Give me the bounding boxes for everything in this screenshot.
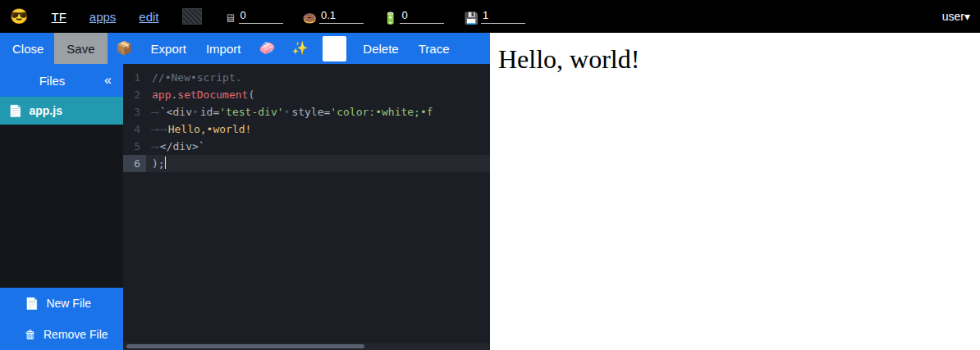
sparkles-button[interactable]: ✨ [284, 35, 315, 61]
toolbar: Close Save 📦 Export Import 🧼 ✨ Delete Tr… [0, 33, 490, 64]
battery-icon: 🔋 [383, 12, 397, 24]
canvas-thumbnail[interactable] [182, 8, 202, 25]
delete-button[interactable]: Delete [354, 35, 407, 62]
monitor-metric: 🖥0 [225, 9, 283, 24]
apps-link[interactable]: apps [89, 10, 117, 24]
import-button[interactable]: Import [197, 35, 250, 62]
horizontal-scrollbar[interactable] [123, 343, 490, 350]
line-number: 5 [123, 138, 146, 155]
soap-icon: 🧼 [259, 41, 275, 55]
file-list: 📄app.js [0, 97, 123, 125]
floppy-metric: 💾1 [464, 9, 524, 24]
line-number: 1 [123, 69, 146, 86]
line-number: 2 [123, 86, 146, 103]
app-logo-icon[interactable]: 😎 [10, 7, 28, 25]
new-file-label: New File [46, 297, 90, 310]
trash-icon: 🗑 [25, 328, 36, 341]
file-icon: 📄 [8, 104, 22, 117]
files-header: Files « [0, 64, 123, 97]
app-window: 😎 TF apps edit 🖥0🍩0.1🔋0💾1 user▾ Close Sa… [0, 0, 980, 350]
code-area[interactable]: //•New•script.app.setDocument(⟶`<div•id=… [146, 69, 490, 350]
battery-value[interactable]: 0 [400, 9, 444, 24]
battery-metric: 🔋0 [383, 9, 444, 24]
code-line: app.setDocument( [146, 86, 490, 103]
sparkles-icon: ✨ [291, 41, 308, 55]
donut-value[interactable]: 0.1 [319, 9, 364, 24]
scrollbar-thumb[interactable] [126, 344, 364, 348]
line-number: 6 [123, 155, 146, 172]
file-item-app.js[interactable]: 📄app.js [0, 97, 123, 125]
new-file-icon: 📄 [25, 297, 39, 310]
monitor-icon: 🖥 [225, 12, 236, 24]
export-button[interactable]: Export [142, 35, 195, 62]
code-line: ⟶⟶Hello,•world! [146, 120, 490, 138]
text-cursor [165, 157, 167, 169]
new-file-button[interactable]: 📄 New File [0, 288, 123, 319]
line-number: 3 [123, 103, 146, 120]
code-line: ⟶</div>` [146, 138, 490, 155]
editor-panel: Close Save 📦 Export Import 🧼 ✨ Delete Tr… [0, 33, 490, 350]
close-button[interactable]: Close [3, 35, 53, 62]
code-line: ); [146, 155, 490, 172]
line-number: 4 [123, 120, 146, 138]
topbar-metrics: 🖥0🍩0.1🔋0💾1 [225, 9, 525, 24]
file-name: app.js [29, 104, 62, 117]
donut-icon: 🍩 [303, 12, 317, 24]
files-header-label: Files [0, 74, 104, 88]
package-button[interactable]: 📦 [109, 35, 140, 61]
preview-pane: Hello, world! [490, 33, 980, 350]
caret-down-icon: ▾ [964, 10, 970, 23]
floppy-icon: 💾 [464, 12, 478, 24]
edit-link[interactable]: edit [139, 10, 158, 24]
code-line: //•New•script. [146, 69, 490, 86]
preview-text: Hello, world! [498, 43, 980, 75]
code-editor[interactable]: 123456 //•New•script.app.setDocument(⟶`<… [123, 64, 490, 350]
tf-link[interactable]: TF [51, 10, 66, 24]
monitor-value[interactable]: 0 [239, 9, 283, 24]
topbar: 😎 TF apps edit 🖥0🍩0.1🔋0💾1 user▾ [0, 0, 980, 33]
blank-swatch-button[interactable] [323, 36, 346, 61]
donut-metric: 🍩0.1 [303, 9, 364, 24]
sidebar-spacer [0, 125, 123, 288]
gutter: 123456 [123, 69, 146, 350]
user-label: user [942, 10, 964, 23]
user-menu[interactable]: user▾ [942, 10, 970, 23]
code-line: ⟶`<div•id='test-div'•style='color:•white… [146, 103, 490, 120]
remove-file-button[interactable]: 🗑 Remove File [0, 319, 123, 350]
collapse-sidebar-button[interactable]: « [104, 73, 123, 88]
trace-button[interactable]: Trace [410, 35, 459, 62]
floppy-value[interactable]: 1 [481, 9, 525, 24]
remove-file-label: Remove File [44, 328, 108, 341]
package-icon: 📦 [117, 41, 133, 55]
file-sidebar: Files « 📄app.js 📄 New File 🗑 Remove File [0, 64, 123, 350]
soap-button[interactable]: 🧼 [251, 35, 282, 61]
save-button[interactable]: Save [54, 33, 107, 64]
